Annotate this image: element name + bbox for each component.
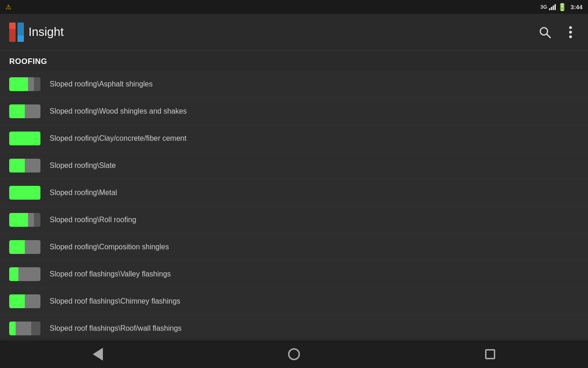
app-bar-actions xyxy=(537,24,579,40)
items-list: Sloped roofing\Asphalt shingles Sloped r… xyxy=(0,71,588,338)
list-item[interactable]: Sloped roofing\Composition shingles xyxy=(0,234,588,261)
svg-line-5 xyxy=(547,34,551,38)
item-label: Sloped roofing\Asphalt shingles xyxy=(50,80,153,88)
svg-point-7 xyxy=(569,31,572,34)
recents-square-icon xyxy=(485,349,495,359)
section-header: ROOFING xyxy=(0,51,588,71)
progress-bar xyxy=(9,267,40,281)
status-icons: 3G 🔋 3:44 xyxy=(540,3,582,12)
battery-icon: 🔋 xyxy=(558,3,567,12)
list-item[interactable]: Sloped roofing\Clay/concrete/fiber cemen… xyxy=(0,125,588,152)
item-label: Sloped roof flashings\Roof/wall flashing… xyxy=(50,324,181,333)
progress-bar xyxy=(9,77,40,91)
svg-rect-3 xyxy=(17,35,24,42)
time-display: 3:44 xyxy=(571,4,582,11)
progress-bar xyxy=(9,186,40,200)
progress-bar xyxy=(9,213,40,227)
item-label: Sloped roofing\Composition shingles xyxy=(50,243,169,251)
list-item[interactable]: Sloped roofing\Slate xyxy=(0,152,588,179)
home-button[interactable] xyxy=(276,340,312,368)
status-bar: ⚠ 3G 🔋 3:44 xyxy=(0,0,588,14)
bottom-nav xyxy=(0,340,588,368)
more-options-button[interactable] xyxy=(562,24,579,40)
svg-point-4 xyxy=(540,28,548,35)
svg-rect-2 xyxy=(9,23,16,29)
item-label: Sloped roofing\Metal xyxy=(50,189,117,197)
list-item[interactable]: Sloped roof flashings\Roof/wall flashing… xyxy=(0,315,588,338)
item-label: Sloped roofing\Clay/concrete/fiber cemen… xyxy=(50,134,187,143)
svg-point-6 xyxy=(569,26,572,29)
back-button[interactable] xyxy=(79,340,116,368)
section-title: ROOFING xyxy=(9,57,47,66)
svg-point-8 xyxy=(569,35,572,38)
progress-bar xyxy=(9,104,40,118)
signal-label: 3G xyxy=(540,4,547,10)
item-label: Sloped roof flashings\Chimney flashings xyxy=(50,297,181,305)
list-item[interactable]: Sloped roof flashings\Valley flashings xyxy=(0,261,588,288)
progress-bar xyxy=(9,294,40,308)
list-item[interactable]: Sloped roofing\Asphalt shingles xyxy=(0,71,588,98)
list-item[interactable]: Sloped roofing\Roll roofing xyxy=(0,207,588,234)
item-label: Sloped roofing\Slate xyxy=(50,161,116,170)
list-item[interactable]: Sloped roofing\Metal xyxy=(0,179,588,207)
progress-bar xyxy=(9,322,40,335)
item-label: Sloped roofing\Roll roofing xyxy=(50,216,136,224)
progress-bar xyxy=(9,240,40,254)
progress-bar xyxy=(9,159,40,172)
item-label: Sloped roof flashings\Valley flashings xyxy=(50,270,171,278)
app-bar: Insight xyxy=(0,14,588,51)
back-arrow-icon xyxy=(93,348,103,361)
app-logo: Insight xyxy=(9,23,537,42)
recents-button[interactable] xyxy=(472,340,509,368)
list-item[interactable]: Sloped roofing\Wood shingles and shakes xyxy=(0,98,588,125)
item-label: Sloped roofing\Wood shingles and shakes xyxy=(50,107,187,115)
progress-bar xyxy=(9,132,40,145)
search-button[interactable] xyxy=(537,24,553,40)
list-item[interactable]: Sloped roof flashings\Chimney flashings xyxy=(0,288,588,315)
app-title: Insight xyxy=(28,25,64,39)
home-circle-icon xyxy=(288,348,300,360)
app-logo-icon xyxy=(9,23,24,42)
signal-bars-icon xyxy=(549,4,556,10)
warning-icon: ⚠ xyxy=(6,3,11,11)
